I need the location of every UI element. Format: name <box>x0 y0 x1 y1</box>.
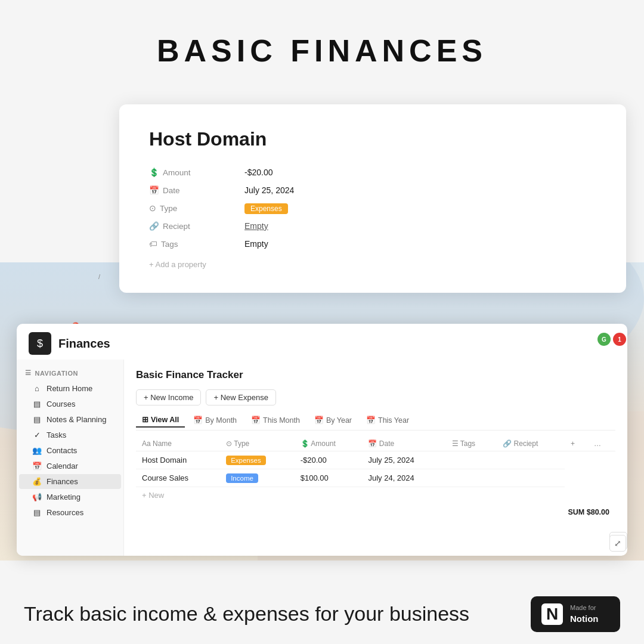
amount-col-icon: 💲 <box>301 439 309 448</box>
table-header-row: Aa Name ⊙ Type 💲 Amount 📅 <box>136 436 615 451</box>
table-row[interactable]: Course Sales Income $100.00 July 24, 202… <box>136 469 615 487</box>
home-icon: ⌂ <box>32 384 42 393</box>
page-title-area: BASIC FINANCES <box>0 0 644 86</box>
date-label: 📅 Date <box>149 185 244 195</box>
app-icon-symbol: $ <box>37 338 43 350</box>
resources-icon: ▤ <box>32 508 42 517</box>
finances-icon: 💰 <box>32 477 42 486</box>
marketing-icon: 📢 <box>32 493 42 501</box>
tab-by-year-icon: 📅 <box>314 416 324 425</box>
receipt-icon: 🔗 <box>149 221 159 231</box>
tab-this-year-icon: 📅 <box>366 416 376 425</box>
made-for-label: Made for <box>570 603 598 612</box>
sidebar: ☰ NAVIGATION ⌂ Return Home ▤ Courses ▤ N… <box>17 360 124 556</box>
notion-badge-text: Made for Notion <box>570 603 598 625</box>
notes-icon: ▤ <box>32 415 42 424</box>
type-label: ⊙ Type <box>149 203 244 213</box>
date-row: 📅 Date July 25, 2024 <box>149 181 596 199</box>
type-icon: ⊙ <box>149 203 156 213</box>
tab-view-all[interactable]: ⊞ View All <box>136 413 185 428</box>
map-marker: / <box>98 273 100 280</box>
tabs-bar: ⊞ View All 📅 By Month 📅 This Month 📅 By … <box>136 413 615 431</box>
tab-this-year[interactable]: 📅 This Year <box>360 413 415 428</box>
col-receipt: 🔗 Reciept <box>497 436 565 451</box>
row1-date: July 25, 2024 <box>362 451 445 469</box>
amount-row: 💲 Amount -$20.00 <box>149 163 596 181</box>
sidebar-item-calendar[interactable]: 📅 Calendar <box>19 459 121 473</box>
tags-label: 🏷 Tags <box>149 240 244 249</box>
row1-type: Expenses <box>220 451 295 469</box>
notion-logo: N <box>541 603 563 625</box>
calendar-icon: 📅 <box>32 462 42 470</box>
date-value: July 25, 2024 <box>244 185 294 195</box>
sidebar-item-resources[interactable]: ▤ Resources <box>19 505 121 520</box>
add-property[interactable]: + Add a property <box>149 256 596 269</box>
row2-name: Course Sales <box>136 469 220 487</box>
sum-row: SUM $80.00 <box>136 503 615 521</box>
contacts-icon: 👥 <box>32 446 42 455</box>
sidebar-item-marketing[interactable]: 📢 Marketing <box>19 490 121 504</box>
tab-by-month[interactable]: 📅 By Month <box>187 413 243 428</box>
sum-label: SUM <box>568 508 585 516</box>
app-body: ☰ NAVIGATION ⌂ Return Home ▤ Courses ▤ N… <box>17 360 627 556</box>
tags-row: 🏷 Tags Empty <box>149 235 596 253</box>
notif-red: 1 <box>613 333 626 346</box>
date-icon: 📅 <box>149 185 159 195</box>
tracker-title: Basic Finance Tracker <box>136 369 615 381</box>
col-add[interactable]: + <box>565 436 588 451</box>
tab-by-year[interactable]: 📅 By Year <box>308 413 358 428</box>
row1-name: Host Domain <box>136 451 220 469</box>
tags-value: Empty <box>244 239 268 249</box>
sidebar-item-contacts[interactable]: 👥 Contacts <box>19 443 121 458</box>
action-buttons: + New Income + New Expense <box>136 389 615 405</box>
finance-table: Aa Name ⊙ Type 💲 Amount 📅 <box>136 436 615 487</box>
detail-title: Host Domain <box>149 128 596 150</box>
col-more[interactable]: … <box>588 436 615 451</box>
expand-button-bottom[interactable]: ⤢ <box>609 535 626 552</box>
tab-this-month[interactable]: 📅 This Month <box>245 413 306 428</box>
app-header: $ Finances <box>17 324 627 360</box>
row2-amount: $100.00 <box>295 469 363 487</box>
col-tags: ☰ Tags <box>446 436 497 451</box>
new-expense-button[interactable]: + New Expense <box>206 389 275 405</box>
type-row: ⊙ Type Expenses <box>149 199 596 217</box>
hamburger-icon: ☰ <box>25 369 32 377</box>
notif-green: G <box>597 333 611 346</box>
amount-value: -$20.00 <box>244 168 273 177</box>
notion-word: Notion <box>570 612 598 625</box>
date-col-icon: 📅 <box>368 439 377 448</box>
amount-label: 💲 Amount <box>149 168 244 177</box>
main-content: Basic Finance Tracker + New Income + New… <box>124 360 627 556</box>
receipt-row: 🔗 Reciept Empty <box>149 217 596 235</box>
sidebar-item-return-home[interactable]: ⌂ Return Home <box>19 381 121 396</box>
app-header-title: Finances <box>58 337 110 351</box>
detail-card: Host Domain 💲 Amount -$20.00 📅 Date July… <box>119 104 626 293</box>
row2-type-badge: Income <box>226 473 258 483</box>
bottom-tagline: Track basic income & expenses for your b… <box>24 602 469 626</box>
sidebar-nav-header: ☰ NAVIGATION <box>17 366 123 380</box>
table-row[interactable]: Host Domain Expenses -$20.00 July 25, 20… <box>136 451 615 469</box>
row2-tags <box>446 469 497 487</box>
sidebar-item-tasks[interactable]: ✓ Tasks <box>19 428 121 442</box>
tab-view-all-icon: ⊞ <box>142 415 148 424</box>
app-window: $ Finances ☰ NAVIGATION ⌂ Return Home ▤ … <box>17 324 627 556</box>
type-badge: Expenses <box>244 203 288 214</box>
col-date: 📅 Date <box>362 436 445 451</box>
new-income-button[interactable]: + New Income <box>136 389 201 405</box>
name-col-icon: Aa <box>142 439 151 448</box>
tab-by-month-icon: 📅 <box>193 416 203 425</box>
amount-icon: 💲 <box>149 168 159 177</box>
sidebar-item-notes-planning[interactable]: ▤ Notes & Planning <box>19 412 121 427</box>
notification-area: G 1 <box>597 333 626 346</box>
bottom-section: Track basic income & expenses for your b… <box>0 596 644 632</box>
tags-icon: 🏷 <box>149 240 157 249</box>
receipt-value: Empty <box>244 221 268 231</box>
sidebar-item-courses[interactable]: ▤ Courses <box>19 397 121 411</box>
type-value: Expenses <box>244 203 288 213</box>
new-row-button[interactable]: + New <box>136 487 615 503</box>
sidebar-item-finances[interactable]: 💰 Finances <box>19 474 121 489</box>
tasks-icon: ✓ <box>32 431 42 439</box>
row1-tags <box>446 451 497 469</box>
col-type: ⊙ Type <box>220 436 295 451</box>
row1-type-badge: Expenses <box>226 456 266 465</box>
